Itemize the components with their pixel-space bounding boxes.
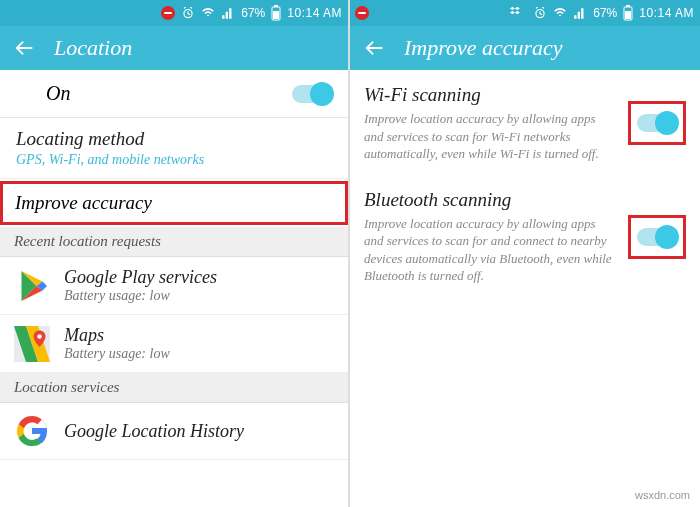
google-location-history-row[interactable]: Google Location History (0, 403, 348, 460)
back-button[interactable] (14, 37, 36, 59)
svg-rect-16 (625, 11, 631, 19)
locating-method-sub: GPS, Wi-Fi, and mobile networks (16, 152, 332, 168)
wifi-scanning-row[interactable]: Wi-Fi scanning Improve location accuracy… (350, 70, 700, 175)
watermark: wsxdn.com (635, 489, 690, 501)
bt-toggle-highlight (628, 215, 686, 259)
bluetooth-scanning-desc: Improve location accuracy by allowing ap… (364, 215, 618, 285)
back-button[interactable] (364, 37, 386, 59)
maps-icon (14, 326, 50, 362)
app-battery: Battery usage: low (64, 288, 217, 304)
record-icon (161, 6, 175, 20)
clock-time: 10:14 AM (287, 6, 342, 20)
app-battery: Battery usage: low (64, 346, 170, 362)
improve-accuracy-row[interactable]: Improve accuracy (0, 181, 348, 225)
status-bar: 67% 10:14 AM (350, 0, 700, 26)
wifi-scanning-title: Wi-Fi scanning (364, 84, 618, 106)
svg-rect-15 (626, 5, 630, 7)
alarm-icon (533, 6, 547, 20)
alarm-icon (181, 6, 195, 20)
wifi-scanning-desc: Improve location accuracy by allowing ap… (364, 110, 618, 163)
record-icon-2 (355, 6, 369, 20)
on-label: On (46, 82, 70, 105)
locating-method-title: Locating method (16, 128, 332, 150)
locating-method-row[interactable]: Locating method GPS, Wi-Fi, and mobile n… (0, 118, 348, 179)
content-area: On Locating method GPS, Wi-Fi, and mobil… (0, 70, 348, 507)
location-screen: 67% 10:14 AM Location On Locating method… (0, 0, 350, 507)
signal-icon (573, 6, 587, 20)
title-bar: Location (0, 26, 348, 70)
improve-accuracy-screen: 67% 10:14 AM Improve accuracy Wi-Fi scan… (350, 0, 700, 507)
improve-accuracy-label: Improve accuracy (15, 192, 333, 214)
location-toggle[interactable] (292, 85, 332, 103)
title-bar: Improve accuracy (350, 26, 700, 70)
clock-time: 10:14 AM (639, 6, 694, 20)
app-name: Google Play services (64, 267, 217, 288)
app-name: Maps (64, 325, 170, 346)
recent-requests-header: Recent location requests (0, 227, 348, 257)
wifi-scanning-toggle[interactable] (637, 114, 677, 132)
bluetooth-scanning-row[interactable]: Bluetooth scanning Improve location accu… (350, 175, 700, 297)
signal-icon (221, 6, 235, 20)
play-services-icon (14, 268, 50, 304)
arrow-left-icon (14, 37, 36, 59)
battery-percent: 67% (593, 6, 617, 20)
location-services-header: Location services (0, 373, 348, 403)
content-area: Wi-Fi scanning Improve location accuracy… (350, 70, 700, 507)
bluetooth-scanning-title: Bluetooth scanning (364, 189, 618, 211)
battery-icon (623, 5, 633, 21)
battery-icon (271, 5, 281, 21)
svg-rect-2 (274, 5, 278, 7)
battery-percent: 67% (241, 6, 265, 20)
google-icon (14, 413, 50, 449)
dropbox-icon (510, 6, 524, 20)
location-master-toggle-row[interactable]: On (0, 70, 348, 118)
status-bar: 67% 10:14 AM (0, 0, 348, 26)
page-title: Improve accuracy (404, 35, 563, 61)
page-title: Location (54, 35, 132, 61)
svg-point-11 (37, 334, 42, 339)
wifi-icon (553, 6, 567, 20)
app-row-maps[interactable]: Maps Battery usage: low (0, 315, 348, 373)
wifi-icon (201, 6, 215, 20)
app-row-play-services[interactable]: Google Play services Battery usage: low (0, 257, 348, 315)
bluetooth-scanning-toggle[interactable] (637, 228, 677, 246)
wifi-toggle-highlight (628, 101, 686, 145)
arrow-left-icon (364, 37, 386, 59)
svg-rect-3 (273, 11, 279, 19)
glh-label: Google Location History (64, 421, 244, 442)
